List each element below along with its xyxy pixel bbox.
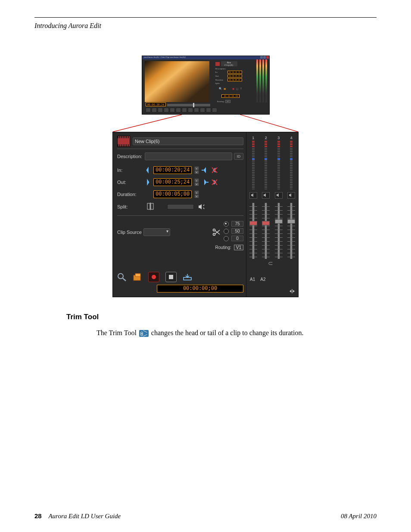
window-title: warehouse fire(6) - [Sub Clip:warehouse … — [142, 56, 269, 59]
bin-icon[interactable] — [133, 273, 142, 281]
clip-source-select[interactable] — [143, 228, 170, 236]
small-meters — [256, 59, 268, 111]
body-paragraph: The Trim Tool changes the head or tail o… — [97, 328, 359, 338]
routing-select[interactable]: V1 — [234, 245, 243, 250]
out-spinner[interactable]: ▴▾ — [194, 178, 199, 186]
in-label-sm: In: — [215, 71, 227, 73]
close-icon — [266, 56, 269, 59]
in-timecode[interactable]: 00:00:20;24 — [153, 166, 192, 174]
page-number: 28 — [34, 512, 42, 520]
routing-value-sm: V1 — [225, 100, 230, 103]
speaker-icon[interactable] — [198, 204, 205, 210]
chapter-title: Introducing Aurora Edit — [34, 22, 377, 30]
svg-line-0 — [113, 115, 182, 132]
out-label-sm: Out: — [215, 75, 227, 77]
stop-button[interactable] — [165, 272, 177, 282]
mark-out-icon[interactable] — [145, 178, 151, 186]
clear-mark-in-icon[interactable] — [211, 167, 218, 174]
clip-source-label: Clip Source — [117, 230, 142, 235]
svg-line-12 — [215, 230, 220, 234]
speed-value-50: 50 — [231, 228, 243, 234]
speed-value-75: 75 — [231, 221, 243, 227]
separator — [117, 215, 243, 216]
split-slider[interactable] — [167, 204, 194, 209]
zoom-icon[interactable] — [117, 273, 127, 281]
mute-button-2[interactable] — [262, 192, 270, 199]
split-label-sm: Split: — [215, 82, 227, 84]
channel-label-a2: A2 — [260, 277, 265, 282]
out-timecode[interactable]: 00:00:25;24 — [153, 178, 192, 186]
clip-name-input[interactable]: New Clip(6) — [133, 137, 243, 145]
svg-rect-8 — [147, 203, 150, 209]
speed-radio-75[interactable] — [224, 221, 229, 227]
maximize-icon — [263, 56, 266, 59]
expand-icon[interactable] — [289, 288, 296, 294]
small-bottom-tc: -00:00:00,00 — [221, 94, 240, 98]
desc-label-small: Description: — [215, 68, 227, 70]
fader-3[interactable] — [277, 203, 280, 259]
timecode-display: 00:00:20;24 — [146, 103, 166, 106]
fader-2[interactable] — [265, 203, 267, 259]
meter-label-4: 4 — [290, 136, 293, 140]
fader-4[interactable] — [290, 203, 293, 259]
dur-label-sm: Duration: — [215, 79, 227, 81]
goto-mark-out-icon[interactable] — [202, 179, 209, 186]
in-label: In: — [117, 168, 142, 173]
duration-timecode[interactable]: 00:00:05;00 — [153, 190, 192, 198]
load-clip-icon[interactable] — [183, 273, 192, 281]
description-label: Description: — [117, 154, 145, 159]
goto-mark-in-icon[interactable] — [202, 167, 209, 174]
dur-value-sm: 00:00:05,00 — [227, 78, 242, 81]
duration-label: Duration: — [117, 192, 142, 197]
description-input[interactable] — [145, 152, 232, 160]
link-icon[interactable]: ⊂ — [268, 260, 273, 267]
speed-radio-0[interactable] — [224, 236, 229, 241]
mute-button-4[interactable] — [287, 192, 295, 199]
mute-button-1[interactable] — [249, 192, 257, 199]
routing-label-sm: Routing: — [217, 100, 225, 103]
svg-rect-19 — [292, 289, 293, 293]
split-icon[interactable] — [146, 202, 154, 211]
clip-icon — [117, 136, 130, 147]
svg-line-13 — [215, 230, 220, 234]
section-heading: Trim Tool — [66, 313, 377, 321]
mark-in-icon[interactable] — [145, 166, 151, 174]
video-thumbnail — [145, 61, 209, 102]
svg-rect-9 — [151, 203, 153, 209]
svg-point-14 — [118, 274, 123, 279]
id-icon[interactable]: ID — [234, 153, 243, 160]
footer-date: 08 April 2010 — [341, 513, 377, 520]
meter-label-2: 2 — [265, 136, 267, 140]
mute-button-3[interactable] — [275, 192, 283, 199]
fader-1[interactable] — [252, 203, 255, 259]
duration-spinner[interactable]: ▴▾ — [194, 190, 199, 198]
scissors-icon[interactable] — [212, 228, 220, 236]
svg-rect-5 — [207, 182, 209, 183]
channel-label-a1: A1 — [250, 277, 255, 282]
minimize-icon — [260, 56, 263, 59]
speed-radio-50[interactable] — [224, 229, 229, 234]
routing-label: Routing: — [215, 245, 231, 250]
meter-label-1: 1 — [252, 136, 254, 140]
trim-tool-icon — [139, 330, 149, 337]
bottom-timecode: 00:00:00;00 — [157, 285, 243, 292]
clear-mark-out-icon[interactable] — [211, 179, 218, 186]
in-value-sm: 00:00:20,24 — [227, 71, 242, 74]
out-value-sm: 00:00:25,24 — [227, 75, 242, 78]
figure: warehouse fire(6) - [Sub Clip:warehouse … — [34, 56, 377, 297]
svg-line-1 — [240, 115, 298, 132]
out-label: Out: — [117, 180, 142, 185]
audio-meters: 1 2 3 4 — [249, 136, 296, 199]
speed-value-0: 0 — [231, 236, 243, 241]
svg-rect-17 — [135, 274, 140, 277]
in-spinner[interactable]: ▴▾ — [194, 166, 199, 174]
book-title: Aurora Edit LD User Guide — [48, 513, 121, 520]
detail-panel-screenshot: New Clip(6) Description: ID In: 00:00:20… — [112, 132, 299, 297]
scrub-bar — [167, 104, 210, 106]
transport-controls — [146, 108, 217, 112]
meter-label-3: 3 — [277, 136, 280, 140]
record-button[interactable] — [148, 272, 159, 282]
page-footer: 28 Aurora Edit LD User Guide 08 April 20… — [34, 512, 377, 520]
clip-name-small: New Clip(6) — [221, 61, 237, 66]
zoom-callout — [113, 115, 298, 132]
